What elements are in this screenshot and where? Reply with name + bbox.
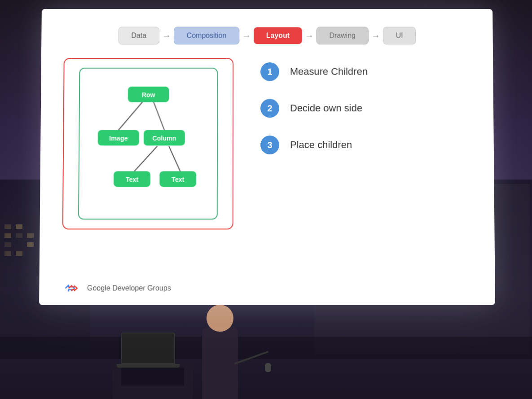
- pipeline-data: Data: [119, 27, 160, 45]
- laptop: [121, 333, 175, 364]
- scene: Data → Composition → Layout → Drawing → …: [0, 0, 532, 399]
- pipeline-ui: UI: [383, 27, 416, 45]
- node-text1-text: Text: [126, 176, 139, 183]
- pipeline-layout: Layout: [254, 27, 302, 44]
- arrow-1: →: [162, 31, 171, 41]
- pipeline-composition: Composition: [174, 27, 239, 45]
- arrow-2: →: [242, 31, 251, 41]
- tree-svg: Row Image Column Text: [84, 75, 212, 208]
- step-3-number: 3: [260, 136, 279, 154]
- step-3: 3 Place children: [260, 136, 368, 154]
- step-2-text: Decide own side: [290, 102, 362, 114]
- node-column-text: Column: [152, 135, 176, 142]
- svg-rect-39: [27, 242, 34, 247]
- svg-line-43: [119, 101, 144, 130]
- svg-line-44: [153, 101, 164, 130]
- gdg-label-text: Google Developer Groups: [87, 284, 171, 292]
- step-3-text: Place children: [290, 139, 352, 151]
- node-text2-text: Text: [171, 176, 185, 183]
- podium: [112, 363, 193, 399]
- svg-rect-34: [16, 224, 22, 229]
- svg-line-45: [134, 146, 157, 171]
- svg-rect-40: [4, 251, 11, 256]
- arrow-3: →: [305, 31, 314, 41]
- node-image-text: Image: [109, 135, 128, 142]
- tree-diagram-inner: Row Image Column Text: [78, 68, 218, 220]
- svg-rect-41: [16, 251, 22, 256]
- pipeline-drawing: Drawing: [317, 27, 369, 45]
- svg-rect-37: [27, 233, 34, 238]
- svg-rect-33: [4, 224, 11, 229]
- main-content-area: Row Image Column Text: [62, 58, 472, 230]
- presentation-slide: Data → Composition → Layout → Drawing → …: [39, 9, 495, 305]
- svg-rect-35: [4, 233, 11, 238]
- svg-rect-42: [0, 337, 532, 359]
- svg-line-46: [169, 146, 180, 171]
- pipeline-layout-label: Layout: [266, 32, 290, 39]
- step-1-number: 1: [260, 62, 279, 81]
- step-1: 1 Measure Children: [260, 62, 368, 81]
- pipeline-data-label: Data: [131, 32, 146, 39]
- svg-rect-38: [4, 242, 11, 247]
- step-2: 2 Decide own side: [260, 99, 368, 118]
- node-row-text: Row: [142, 91, 156, 98]
- pipeline-ui-label: UI: [396, 32, 403, 39]
- steps-list: 1 Measure Children 2 Decide own side 3 P…: [260, 62, 368, 154]
- pipeline-diagram: Data → Composition → Layout → Drawing → …: [64, 27, 470, 45]
- gdg-logo-icon: [62, 281, 82, 295]
- arrow-4: →: [371, 31, 380, 41]
- svg-rect-36: [16, 233, 22, 238]
- gdg-branding: Google Developer Groups: [62, 281, 171, 295]
- tree-diagram-outer: Row Image Column Text: [62, 58, 234, 230]
- pipeline-composition-label: Composition: [187, 32, 227, 39]
- step-1-text: Measure Children: [290, 66, 368, 78]
- pipeline-drawing-label: Drawing: [330, 32, 356, 39]
- step-2-number: 2: [260, 99, 279, 118]
- slide-content: Data → Composition → Layout → Drawing → …: [39, 9, 495, 305]
